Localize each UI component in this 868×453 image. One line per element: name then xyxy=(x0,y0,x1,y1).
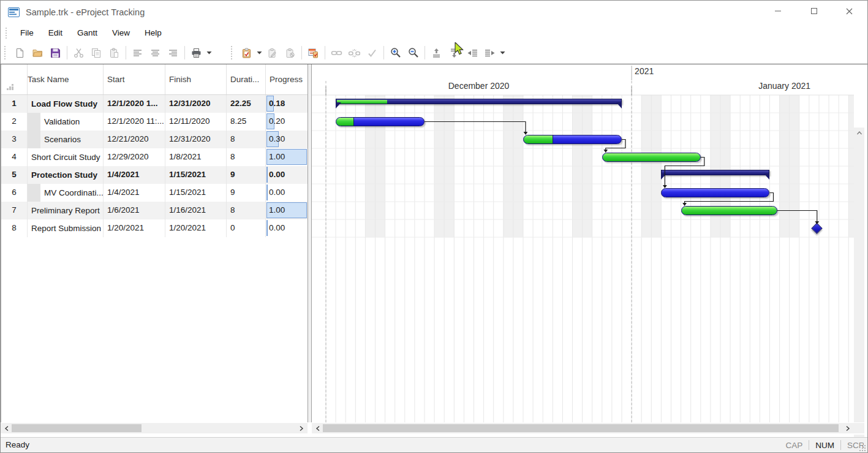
table-row[interactable]: 4Short Circuit Study12/29/20201/8/202181… xyxy=(1,148,308,166)
align-right-button[interactable] xyxy=(164,44,182,61)
add-task-caret[interactable] xyxy=(255,44,263,61)
table-row[interactable]: 7Preliminary Report1/6/20211/16/202181.0… xyxy=(1,202,308,219)
finish-date-cell[interactable]: 1/20/2021 xyxy=(165,219,227,237)
table-row[interactable]: 5Protection Study1/4/20211/15/202190.00 xyxy=(1,166,308,184)
start-date-cell[interactable]: 12/21/2020 xyxy=(104,131,165,148)
duration-cell[interactable]: 8 xyxy=(227,148,266,166)
menu-view[interactable]: View xyxy=(105,26,137,40)
summary-bar[interactable] xyxy=(336,99,622,108)
task-bar[interactable] xyxy=(661,188,769,197)
start-date-cell[interactable]: 12/1/2020 1... xyxy=(104,95,165,113)
column-header-duration[interactable]: Durati... xyxy=(227,64,266,94)
task-name-cell[interactable]: Scenarios xyxy=(28,131,104,148)
task-name-cell[interactable]: Load Flow Study xyxy=(28,95,104,113)
task-bar[interactable] xyxy=(336,117,425,126)
column-header-start[interactable]: Start xyxy=(104,64,165,94)
align-center-button[interactable] xyxy=(146,44,164,61)
delete-task-button[interactable] xyxy=(281,44,299,61)
task-bar[interactable] xyxy=(523,135,622,144)
progress-cell[interactable]: 1.00 xyxy=(266,148,308,166)
column-header-task-name[interactable]: Task Name xyxy=(28,64,104,94)
task-name-cell[interactable]: Short Circuit Study xyxy=(28,148,104,166)
finish-date-cell[interactable]: 1/8/2021 xyxy=(165,148,227,166)
table-scroll-right-button[interactable] xyxy=(296,423,306,433)
finish-date-cell[interactable]: 1/15/2021 xyxy=(165,184,227,202)
progress-cell[interactable]: 0.20 xyxy=(266,113,308,131)
progress-cell[interactable]: 0.18 xyxy=(266,95,308,113)
table-row[interactable]: 1Load Flow Study12/1/2020 1...12/31/2020… xyxy=(1,95,308,113)
open-button[interactable] xyxy=(29,44,47,61)
gantt-scroll-thumb[interactable] xyxy=(323,424,839,432)
collapse-all-button[interactable] xyxy=(428,44,445,61)
align-left-button[interactable] xyxy=(129,44,146,61)
menu-edit[interactable]: Edit xyxy=(41,26,70,40)
menu-gantt[interactable]: Gantt xyxy=(70,26,105,40)
indent-options-caret[interactable] xyxy=(499,44,507,61)
task-properties-button[interactable] xyxy=(304,44,322,61)
progress-cell[interactable]: 0.30 xyxy=(266,131,308,148)
zoom-out-button[interactable] xyxy=(404,44,422,61)
edit-task-button[interactable] xyxy=(263,44,281,61)
start-date-cell[interactable]: 12/29/2020 xyxy=(104,148,165,166)
duration-cell[interactable]: 9 xyxy=(227,184,266,202)
unlink-tasks-button[interactable] xyxy=(345,44,363,61)
progress-cell[interactable]: 0.00 xyxy=(266,184,308,202)
duration-cell[interactable]: 8 xyxy=(227,131,266,148)
finish-date-cell[interactable]: 12/11/2020 xyxy=(165,113,227,131)
gantt-scroll-right-button[interactable] xyxy=(843,423,853,433)
start-date-cell[interactable]: 1/6/2021 xyxy=(104,202,165,219)
column-header-finish[interactable]: Finish xyxy=(165,64,227,94)
task-name-cell[interactable]: Validation xyxy=(28,113,104,131)
print-button[interactable] xyxy=(187,44,205,61)
duration-cell[interactable]: 22.25 xyxy=(227,95,266,113)
menu-help[interactable]: Help xyxy=(137,26,169,40)
finish-date-cell[interactable]: 1/15/2021 xyxy=(165,166,227,184)
task-name-cell[interactable]: Report Submission xyxy=(28,219,104,237)
summary-bar[interactable] xyxy=(661,170,769,180)
task-bar[interactable] xyxy=(602,153,701,162)
column-header-progress[interactable]: Progress xyxy=(266,64,308,94)
start-date-cell[interactable]: 12/1/2020 11:... xyxy=(104,113,165,131)
cut-button[interactable] xyxy=(70,44,88,61)
start-date-cell[interactable]: 1/4/2021 xyxy=(104,184,165,202)
copy-button[interactable] xyxy=(88,44,105,61)
duration-cell[interactable]: 9 xyxy=(227,166,266,184)
task-bar[interactable] xyxy=(681,206,777,215)
task-name-cell[interactable]: MV Coordinati... xyxy=(28,184,104,202)
progress-cell[interactable]: 1.00 xyxy=(266,202,308,219)
menu-file[interactable]: File xyxy=(13,26,41,40)
task-name-cell[interactable]: Protection Study xyxy=(28,166,104,184)
start-date-cell[interactable]: 1/20/2021 xyxy=(104,219,165,237)
pane-splitter[interactable] xyxy=(308,64,312,422)
validate-button[interactable] xyxy=(363,44,381,61)
finish-date-cell[interactable]: 12/31/2020 xyxy=(165,131,227,148)
close-button[interactable] xyxy=(836,1,863,21)
table-horizontal-scrollbar[interactable] xyxy=(1,423,308,433)
scroll-up-button[interactable] xyxy=(854,128,864,138)
link-tasks-button[interactable] xyxy=(328,44,345,61)
progress-cell[interactable]: 0.00 xyxy=(266,219,308,237)
task-name-cell[interactable]: Preliminary Report xyxy=(28,202,104,219)
duration-cell[interactable]: 8.25 xyxy=(227,113,266,131)
start-date-cell[interactable]: 1/4/2021 xyxy=(104,166,165,184)
table-row[interactable]: 2Validation12/1/2020 11:...12/11/20208.2… xyxy=(1,113,308,131)
duration-cell[interactable]: 8 xyxy=(227,202,266,219)
save-button[interactable] xyxy=(47,44,64,61)
table-row[interactable]: 3Scenarios12/21/202012/31/202080.30 xyxy=(1,131,308,148)
indent-task-button[interactable] xyxy=(481,44,499,61)
minimize-button[interactable] xyxy=(764,1,791,21)
gantt-horizontal-scrollbar[interactable] xyxy=(312,423,854,433)
gantt-vertical-scrollbar[interactable] xyxy=(854,128,864,453)
maximize-button[interactable] xyxy=(800,1,828,21)
progress-cell[interactable]: 0.00 xyxy=(266,166,308,184)
table-row[interactable]: 6MV Coordinati...1/4/20211/15/202190.00 xyxy=(1,184,308,202)
finish-date-cell[interactable]: 12/31/2020 xyxy=(165,95,227,113)
table-scroll-left-button[interactable] xyxy=(2,423,12,433)
add-task-button[interactable] xyxy=(238,44,255,61)
paste-button[interactable] xyxy=(105,44,123,61)
zoom-in-button[interactable] xyxy=(387,44,404,61)
gantt-scroll-left-button[interactable] xyxy=(313,423,323,433)
row-number-header[interactable] xyxy=(1,64,28,94)
table-scroll-thumb[interactable] xyxy=(12,424,142,432)
new-button[interactable] xyxy=(11,44,29,61)
